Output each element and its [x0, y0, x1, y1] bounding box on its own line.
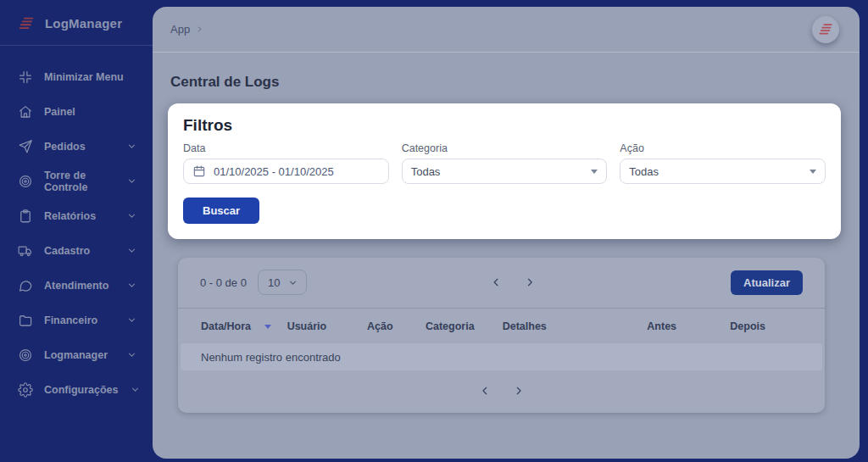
action-filter-field: Ação Todas: [620, 142, 826, 184]
action-select[interactable]: Todas: [620, 159, 826, 184]
page-title: Central de Logs: [170, 74, 860, 91]
main-content: App Central de Logs Filtros Data Categor…: [153, 7, 860, 459]
topbar-logo-button[interactable]: [812, 16, 839, 43]
prev-page-button[interactable]: [487, 274, 504, 291]
dropdown-arrow-icon: [810, 170, 816, 174]
sidebar-item-label: Financeiro: [44, 314, 115, 326]
sidebar-item-pedidos[interactable]: Pedidos: [0, 129, 153, 164]
date-range-input[interactable]: [183, 159, 389, 184]
prev-page-button[interactable]: [476, 382, 493, 399]
chevron-down-icon: [287, 277, 298, 288]
chevron-down-icon: [130, 384, 141, 395]
page-size-value: 10: [268, 276, 280, 289]
sidebar-item-label: Relatórios: [44, 210, 115, 222]
folder-icon: [18, 313, 33, 328]
empty-message: Nenhum registro encontrado: [201, 351, 341, 364]
dropdown-arrow-icon: [591, 170, 598, 174]
filters-panel: Filtros Data Categoria Todas Ação Toda: [168, 103, 841, 239]
truck-icon: [18, 243, 33, 259]
breadcrumb-item-app[interactable]: App: [170, 23, 190, 36]
column-header-data-hora[interactable]: Data/Hora: [201, 320, 287, 332]
category-filter-label: Categoria: [402, 142, 608, 154]
action-filter-label: Ação: [620, 142, 826, 154]
calendar-icon: [192, 164, 206, 178]
date-filter-label: Data: [183, 142, 389, 154]
sidebar-item-label: Minimizar Menu: [44, 71, 137, 83]
chevron-down-icon: [126, 141, 137, 152]
sidebar: LogManager Minimizar Menu Painel Pedidos…: [0, 0, 153, 462]
send-icon: [18, 139, 33, 154]
search-button[interactable]: Buscar: [183, 198, 259, 224]
sidebar-item-configuracoes[interactable]: Configurações: [0, 372, 153, 407]
bottom-pagination: [178, 370, 825, 413]
chevron-down-icon: [126, 314, 137, 326]
sidebar-item-label: Logmanager: [44, 349, 115, 361]
sort-desc-icon: [264, 325, 271, 329]
page-size-select[interactable]: 10: [258, 270, 307, 295]
sidebar-item-cadastro[interactable]: Cadastro: [0, 233, 153, 268]
chevron-down-icon: [126, 280, 137, 291]
sidebar-item-label: Atendimento: [44, 280, 115, 292]
column-header-categoria[interactable]: Categoria: [426, 320, 503, 332]
filters-title: Filtros: [183, 116, 826, 135]
topbar: App: [153, 7, 860, 53]
column-header-depois[interactable]: Depois: [730, 320, 816, 332]
refresh-button[interactable]: Atualizar: [731, 270, 803, 295]
sidebar-item-atendimento[interactable]: Atendimento: [0, 268, 153, 303]
sidebar-item-label: Cadastro: [44, 245, 115, 257]
gear-icon: [18, 382, 33, 398]
sidebar-item-financeiro[interactable]: Financeiro: [0, 303, 153, 337]
sidebar-item-minimizar-menu[interactable]: Minimizar Menu: [0, 59, 153, 94]
column-header-detalhes[interactable]: Detalhes: [503, 320, 648, 332]
column-header-usuario[interactable]: Usuário: [287, 320, 367, 332]
logmanager-logo-icon: [818, 21, 834, 37]
sidebar-item-label: Torre de Controle: [44, 170, 115, 193]
date-filter-field: Data: [183, 142, 389, 184]
sidebar-item-relatorios[interactable]: Relatórios: [0, 198, 153, 233]
table-empty-row: Nenhum registro encontrado: [181, 343, 822, 370]
chat-icon: [18, 278, 33, 293]
category-select[interactable]: Todas: [402, 159, 608, 184]
breadcrumb[interactable]: App: [170, 23, 204, 36]
chevron-right-icon: [195, 25, 204, 34]
table-header-row: Data/Hora Usuário Ação Categoria Detalhe…: [178, 309, 825, 343]
target-icon: [18, 348, 33, 363]
chevron-down-icon: [126, 210, 137, 221]
logmanager-logo-icon: [18, 14, 36, 32]
home-icon: [18, 104, 33, 120]
category-filter-field: Categoria Todas: [402, 142, 608, 184]
chevron-down-icon: [126, 245, 137, 256]
clipboard-icon: [18, 209, 33, 224]
action-select-value: Todas: [629, 165, 802, 178]
collapse-icon: [18, 70, 33, 85]
next-page-button[interactable]: [510, 382, 527, 399]
sidebar-item-logmanager[interactable]: Logmanager: [0, 337, 153, 372]
logs-table-card: 0 - 0 de 0 10 Atualizar Data/Hora Usuári…: [178, 258, 825, 413]
pagination-toolbar: 0 - 0 de 0 10 Atualizar: [178, 269, 825, 296]
chevron-down-icon: [126, 175, 137, 186]
column-header-antes[interactable]: Antes: [647, 320, 730, 332]
sidebar-item-label: Painel: [44, 106, 137, 118]
column-header-acao[interactable]: Ação: [367, 320, 426, 332]
sidebar-item-torre-de-controle[interactable]: Torre de Controle: [0, 164, 153, 198]
control-tower-icon: [18, 174, 33, 189]
app-name: LogManager: [45, 16, 122, 31]
pagination-range: 0 - 0 de 0: [200, 276, 247, 289]
sidebar-item-label: Pedidos: [44, 141, 115, 153]
date-range-value[interactable]: [214, 165, 380, 178]
sidebar-menu: Minimizar Menu Painel Pedidos Torre de C…: [0, 46, 153, 407]
app-logo[interactable]: LogManager: [0, 0, 153, 45]
sidebar-item-label: Configurações: [44, 384, 119, 396]
sidebar-item-painel[interactable]: Painel: [0, 94, 153, 129]
next-page-button[interactable]: [521, 274, 538, 291]
chevron-down-icon: [126, 349, 137, 360]
category-select-value: Todas: [411, 165, 584, 178]
